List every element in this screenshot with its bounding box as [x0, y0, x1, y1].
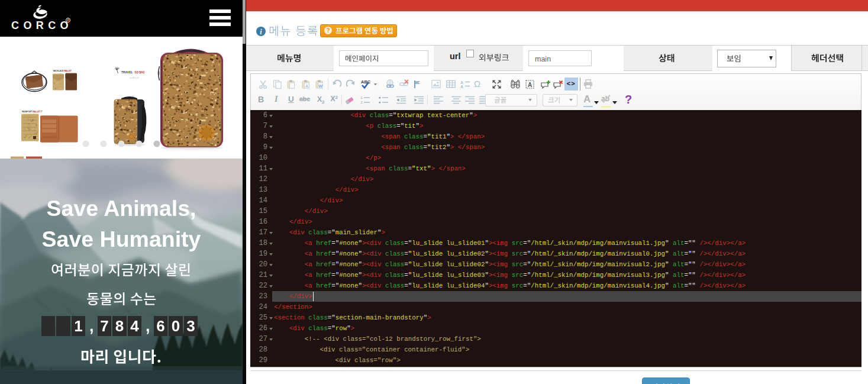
- svg-text:2.: 2.: [361, 101, 364, 104]
- svg-text:A: A: [460, 85, 463, 89]
- svg-text:A: A: [460, 80, 463, 85]
- svg-text:ABC: ABC: [361, 79, 371, 85]
- svg-text:TRAVEL: TRAVEL: [121, 70, 133, 74]
- svg-text:W: W: [318, 83, 322, 88]
- svg-text:C O R C O: C O R C O: [130, 77, 139, 79]
- svg-text:GO BAG: GO BAG: [135, 70, 145, 74]
- svg-text:PASSPORT WALLET 7": PASSPORT WALLET 7": [22, 110, 43, 113]
- svg-text:NECKLACE WALLET: NECKLACE WALLET: [53, 69, 72, 72]
- svg-text:1.: 1.: [361, 96, 364, 99]
- svg-text:A: A: [305, 83, 308, 88]
- svg-text:A: A: [528, 81, 532, 88]
